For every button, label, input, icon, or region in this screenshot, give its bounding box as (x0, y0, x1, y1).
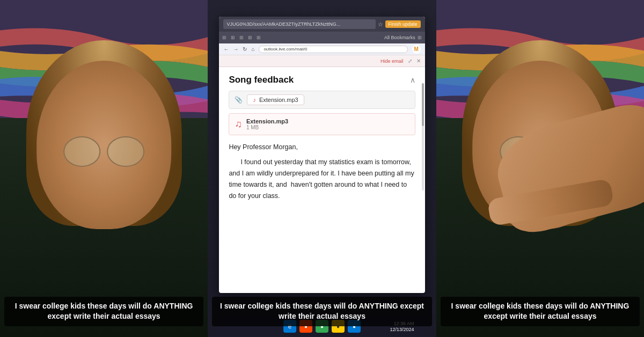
email-content-area: Song feedback ∧ 📎 ♪ Extension.mp3 ♫ Exte… (219, 67, 425, 206)
right-panel: I swear college kids these days will do … (436, 0, 644, 337)
email-greeting: Hey Professor Morgan, (229, 142, 415, 153)
finish-update-button[interactable]: Finish update (385, 20, 421, 28)
back-icon[interactable]: ← (223, 46, 229, 52)
star-icon[interactable]: ☆ (378, 21, 383, 28)
left-caption-text: I swear college kids these days will do … (11, 301, 197, 322)
browser-actions: ☆ Finish update (378, 20, 421, 28)
scrollbar-thumb (422, 83, 424, 126)
close-icon[interactable]: ✕ (416, 58, 421, 64)
bookmarks-label: All Bookmarks (384, 35, 415, 40)
bookmarks-icon: ⊞ (418, 35, 422, 40)
laptop-content: VJUG0%3D/sxx/AAMkADE3ZTIyZTRhLTZkNzttNG.… (208, 0, 436, 337)
mp3-filename: Extension.mp3 (246, 118, 288, 124)
attachment-chip-label: Extension.mp3 (259, 97, 298, 103)
url-text: VJUG0%3D/sxx/AAMkADE3ZTIyZTRhLTZkNzttNG.… (226, 21, 340, 27)
tab-icon5: ⊞ (257, 35, 261, 40)
tab-bar: ⊞ ⊞ ⊞ ⊞ ⊞ All Bookmarks ⊞ (219, 32, 425, 43)
url-bar[interactable]: VJUG0%3D/sxx/AAMkADE3ZTIyZTRhLTZkNzttNG.… (223, 19, 375, 29)
email-subject-row: Song feedback ∧ (229, 75, 415, 85)
scrollbar[interactable] (422, 83, 424, 190)
center-caption-text: I swear college kids these days will do … (218, 301, 426, 322)
left-panel: I swear college kids these days will do … (0, 0, 208, 337)
music-file-icon: ♫ (235, 119, 242, 130)
forward-icon[interactable]: → (233, 46, 238, 52)
hide-email-label[interactable]: Hide email (380, 58, 404, 64)
tab-icon4: ⊞ (248, 35, 252, 40)
secondary-toolbar: ← → ↻ ⌂ outlook.live.com/mail/0 M (219, 43, 425, 55)
email-toolbar: Hide email ⤢ ✕ (219, 55, 425, 67)
tab-icon: ⊞ (222, 35, 226, 40)
browser-window: VJUG0%3D/sxx/AAMkADE3ZTIyZTRhLTZkNzttNG.… (219, 17, 425, 293)
taskbar-date: 12/13/2024 (390, 327, 414, 332)
mp3-info: Extension.mp3 1 MB (246, 118, 288, 130)
tab-icon2: ⊞ (231, 35, 235, 40)
email-body: Hey Professor Morgan, I found out yester… (229, 142, 415, 202)
music-icon: ♪ (253, 97, 256, 103)
mp3-preview: ♫ Extension.mp3 1 MB (229, 113, 415, 135)
refresh-icon[interactable]: ↻ (243, 46, 247, 52)
collapse-icon[interactable]: ∧ (410, 76, 415, 84)
right-caption-bar: I swear college kids these days will do … (441, 297, 640, 326)
inner-url-text: outlook.live.com/mail/0 (264, 47, 307, 52)
face-left (36, 61, 172, 229)
mp3-filesize: 1 MB (246, 124, 288, 130)
tab-icon3: ⊞ (239, 35, 244, 40)
email-subject: Song feedback (229, 75, 294, 85)
user-avatar[interactable]: M (412, 45, 421, 54)
attachment-bar: 📎 ♪ Extension.mp3 (229, 91, 415, 109)
browser-toolbar: VJUG0%3D/sxx/AAMkADE3ZTIyZTRhLTZkNzttNG.… (219, 17, 425, 32)
share-icon[interactable]: ⤢ (408, 58, 412, 64)
email-paragraph: I found out yesterday that my statistics… (229, 157, 415, 202)
right-caption-text: I swear college kids these days will do … (447, 301, 633, 322)
home-icon[interactable]: ⌂ (251, 46, 254, 52)
attachment-chip[interactable]: ♪ Extension.mp3 (247, 94, 304, 105)
paperclip-icon: 📎 (235, 96, 243, 104)
center-caption-bar: I swear college kids these days will do … (212, 297, 432, 326)
center-panel: VJUG0%3D/sxx/AAMkADE3ZTIyZTRhLTZkNzttNG.… (208, 0, 436, 337)
inner-url-bar[interactable]: outlook.live.com/mail/0 (259, 46, 407, 53)
left-caption-bar: I swear college kids these days will do … (4, 297, 203, 326)
